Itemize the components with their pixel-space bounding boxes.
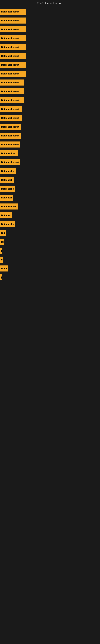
bar-row: Bottleneck r [0, 220, 100, 228]
bar-row: | [0, 246, 100, 255]
bar-row: B [0, 255, 100, 264]
bar-row: Bottleneck result [0, 52, 100, 60]
bottleneck-bar: Bottleneck res [0, 204, 18, 210]
bottleneck-bar: Bottleneck result [0, 35, 26, 41]
site-title: TheBottlenecker.com [0, 0, 100, 6]
bar-row: Bottleneck result [0, 114, 100, 122]
bottleneck-bar: Bottleneck result [0, 9, 26, 15]
bottleneck-bar: Bottleneck result [0, 106, 22, 112]
bottleneck-bar: Bottleneck result [0, 80, 24, 86]
bottleneck-bar: Bottleneck r [0, 221, 15, 227]
bar-row: Bottleneck result [0, 25, 100, 34]
bottleneck-bar: Bottleneck result [0, 44, 26, 50]
bar-row: Bo [0, 238, 100, 246]
bars-container: Bottleneck resultBottleneck resultBottle… [0, 6, 100, 282]
bottleneck-bar: Bottleneck result [0, 159, 20, 165]
bar-row: Bottleneck result [0, 122, 100, 131]
bar-row: Bottleneck [0, 193, 100, 202]
bottleneck-bar: Bottleneck result [0, 132, 21, 139]
bar-row: | [0, 273, 100, 282]
bar-row: Bottle [0, 264, 100, 273]
bottleneck-bar: Bottleneck r [0, 168, 16, 174]
bottleneck-bar: Bottleneck result [0, 97, 24, 103]
bar-row: Bottleneck result [0, 131, 100, 140]
bottleneck-bar: Bottleneck result [0, 88, 24, 94]
bottleneck-bar: Bottleneck result [0, 53, 26, 59]
bar-row: Bottleneck r [0, 184, 100, 193]
bottleneck-bar: | [0, 274, 2, 280]
bar-row: Bottleneck result [0, 69, 100, 78]
bottleneck-bar: Bottleneck result [0, 142, 20, 148]
bar-row: Bottleneck result [0, 7, 100, 16]
bar-row: Bottleneck result [0, 96, 100, 105]
bottleneck-bar: Bottleneck result [0, 71, 26, 77]
bar-row: Bottleneck result [0, 43, 100, 52]
bottleneck-bar: Bottleneck result [0, 115, 22, 121]
bar-row: Bottleneck result [0, 16, 100, 25]
bottleneck-bar: Bottleneck result [0, 62, 26, 68]
bottleneck-bar: Bottlenec [0, 212, 12, 218]
bar-row: Bottleneck result [0, 105, 100, 114]
bottleneck-bar: Bottleneck re [0, 150, 18, 156]
bottleneck-bar: | [0, 248, 2, 254]
bar-row: Bot [0, 228, 100, 238]
bottleneck-bar: Bot [0, 230, 6, 236]
bar-row: Bottleneck result [0, 78, 100, 87]
bar-row: Bottleneck re [0, 149, 100, 158]
bottleneck-bar: B [0, 256, 3, 263]
bottleneck-bar: Bottleneck result [0, 124, 21, 130]
bar-row: Bottleneck [0, 176, 100, 184]
bottleneck-bar: Bottleneck r [0, 186, 15, 192]
bottleneck-bar: Bo [0, 239, 4, 245]
bottleneck-bar: Bottleneck [0, 194, 13, 201]
bar-row: Bottleneck result [0, 158, 100, 167]
bar-row: Bottleneck result [0, 87, 100, 96]
bar-row: Bottleneck res [0, 202, 100, 211]
bottleneck-bar: Bottleneck result [0, 26, 26, 32]
bar-row: Bottleneck r [0, 167, 100, 176]
bottleneck-bar: Bottleneck result [0, 18, 26, 24]
bar-row: Bottleneck result [0, 34, 100, 43]
bottleneck-bar: Bottleneck [0, 177, 14, 183]
bottleneck-bar: Bottle [0, 266, 8, 272]
bar-row: Bottlenec [0, 211, 100, 220]
bar-row: Bottleneck result [0, 140, 100, 149]
bar-row: Bottleneck result [0, 60, 100, 69]
